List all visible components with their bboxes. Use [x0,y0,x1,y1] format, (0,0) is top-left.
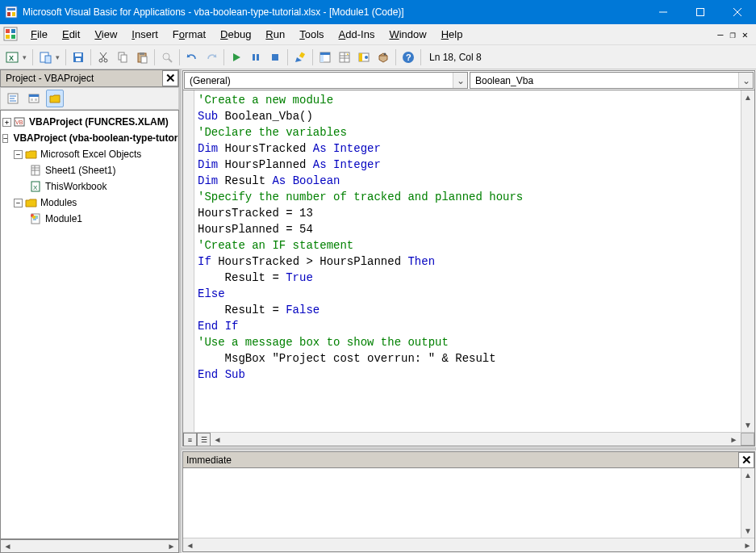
immediate-v-scrollbar[interactable]: ▲ ▼ [741,468,754,538]
project-explorer-close-button[interactable]: ✕ [162,70,178,86]
worksheet-icon [30,165,43,176]
mdi-close-button[interactable]: ✕ [742,29,748,40]
procedure-view-button[interactable]: ≡ [183,433,197,446]
help-button[interactable]: ? [399,48,417,66]
expand-icon[interactable]: + [2,118,11,127]
menu-tools[interactable]: Tools [293,27,330,42]
code-editor[interactable]: 'Create a new module Sub Boolean_Vba() '… [194,90,741,432]
svg-point-51 [384,52,386,55]
svg-rect-5 [697,9,704,16]
redo-button[interactable] [203,48,220,66]
svg-rect-60 [31,98,33,101]
menu-format[interactable]: Format [166,27,212,42]
properties-button[interactable] [336,48,353,66]
menu-help[interactable]: Help [435,27,470,42]
full-module-view-button[interactable]: ☰ [197,433,211,446]
minimize-button[interactable] [645,0,682,24]
procedure-selector[interactable]: Boolean_Vba ⌄ [470,72,754,89]
object-selector[interactable]: (General) ⌄ [184,72,468,89]
menu-window[interactable]: Window [382,27,432,42]
toolbox-button[interactable] [374,48,392,66]
project-h-scrollbar[interactable]: ◄ ► [0,539,179,553]
collapse-icon[interactable]: − [14,199,23,207]
scroll-up-icon[interactable]: ▲ [741,90,754,104]
tree-node-modules[interactable]: − Modules [2,195,177,211]
copy-button[interactable] [114,48,132,66]
tree-node-thisworkbook[interactable]: X ThisWorkbook [2,178,177,195]
menu-run[interactable]: Run [259,27,291,42]
insert-module-button[interactable] [36,48,54,66]
tree-node-funcres[interactable]: + VB VBAProject (FUNCRES.XLAM) [2,114,177,130]
view-code-button[interactable] [4,90,22,107]
dropdown-icon[interactable]: ▾ [23,53,29,61]
code-body: 'Create a new module Sub Boolean_Vba() '… [183,90,754,432]
menu-addins[interactable]: Add-Ins [332,27,382,42]
chevron-down-icon[interactable]: ⌄ [453,73,467,88]
title-bar: Microsoft Visual Basic for Applications … [0,0,756,24]
scroll-right-icon[interactable]: ► [727,433,741,446]
menu-file[interactable]: File [24,27,54,42]
code-v-scrollbar[interactable]: ▲ ▼ [741,90,754,432]
cut-button[interactable] [94,48,112,66]
svg-rect-2 [7,12,10,16]
scroll-left-icon[interactable]: ◄ [183,538,197,551]
project-tree[interactable]: + VB VBAProject (FUNCRES.XLAM) − VB VBAP… [0,110,179,539]
svg-point-21 [104,59,107,62]
window-controls [645,0,756,24]
code-margin[interactable] [183,90,194,432]
scroll-left-icon[interactable]: ◄ [1,542,15,551]
folder-icon [25,149,38,160]
view-object-button[interactable] [25,90,43,107]
main-toolbar: X ▾ ▾ ? Ln 18, Col 8 [0,45,756,69]
svg-rect-1 [7,8,15,10]
collapse-icon[interactable]: − [2,134,8,143]
scroll-right-icon[interactable]: ► [741,538,754,551]
svg-rect-41 [320,55,324,62]
menu-insert[interactable]: Insert [125,27,165,42]
break-button[interactable] [247,48,265,66]
undo-button[interactable] [183,48,201,66]
toggle-folders-button[interactable] [46,90,64,107]
scroll-left-icon[interactable]: ◄ [211,433,224,446]
close-button[interactable] [719,0,756,24]
tree-node-module1[interactable]: Module1 [2,211,177,227]
paste-button[interactable] [133,48,151,66]
collapse-icon[interactable]: − [14,150,23,159]
tree-node-excel-objects[interactable]: − Microsoft Excel Objects [2,146,177,162]
save-button[interactable] [69,48,87,66]
folder-icon [25,197,38,208]
svg-rect-9 [6,29,10,33]
horizontal-splitter[interactable] [182,447,756,450]
mdi-restore-button[interactable]: ❐ [730,29,736,40]
svg-rect-59 [29,94,39,97]
immediate-close-button[interactable]: ✕ [738,452,754,468]
project-explorer-button[interactable] [316,48,334,66]
svg-rect-35 [257,54,259,61]
scroll-up-icon[interactable]: ▲ [741,468,754,482]
immediate-h-scrollbar[interactable]: ◄ ► [183,538,754,551]
scroll-down-icon[interactable]: ▼ [741,418,754,432]
menu-edit[interactable]: Edit [56,27,86,42]
maximize-button[interactable] [682,0,719,24]
scroll-down-icon[interactable]: ▼ [741,524,754,538]
find-button[interactable] [158,48,176,66]
chevron-down-icon[interactable]: ⌄ [738,73,753,88]
dropdown-icon[interactable]: ▾ [56,53,62,61]
immediate-input[interactable] [183,468,741,538]
svg-rect-18 [75,53,81,57]
design-mode-button[interactable] [291,48,309,66]
mdi-minimize-button[interactable]: — [717,29,723,40]
tree-label: Sheet1 (Sheet1) [45,163,115,178]
procedure-selector-value: Boolean_Vba [470,75,738,86]
svg-rect-36 [272,54,278,61]
run-button[interactable] [228,48,245,66]
menu-debug[interactable]: Debug [214,27,257,42]
tree-node-vba-boolean[interactable]: − VB VBAProject (vba-boolean-type-tutori… [2,130,177,146]
tree-node-sheet1[interactable]: Sheet1 (Sheet1) [2,162,177,178]
scroll-right-icon[interactable]: ► [165,542,178,551]
object-browser-button[interactable] [355,48,373,66]
vba-project-icon: VB [14,116,27,128]
menu-view[interactable]: View [88,27,123,42]
view-excel-button[interactable]: X [3,48,21,66]
reset-button[interactable] [266,48,284,66]
